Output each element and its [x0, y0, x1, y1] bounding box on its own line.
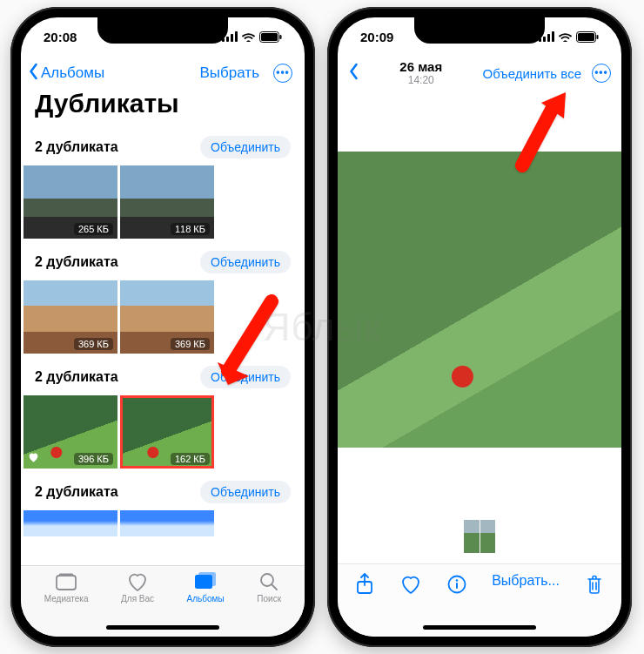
group-count: 2 дубликата: [35, 369, 118, 385]
svg-rect-19: [597, 35, 599, 39]
svg-rect-1: [226, 37, 229, 42]
battery-icon: [576, 31, 599, 43]
nav-bar: 26 мая 14:20 Объединить все •••: [338, 56, 621, 91]
home-indicator[interactable]: [423, 625, 536, 630]
search-icon: [257, 571, 281, 592]
page-title: Дубликаты: [21, 89, 305, 127]
photo-thumb[interactable]: 396 КБ: [23, 395, 117, 469]
svg-rect-8: [59, 574, 73, 576]
photo-detail[interactable]: [338, 152, 621, 448]
duplicate-group: 2 дубликата Объединить 396 КБ 162 КБ: [21, 357, 305, 469]
svg-rect-23: [456, 583, 458, 589]
svg-rect-15: [547, 34, 550, 42]
svg-rect-18: [578, 33, 594, 41]
photo-thumb[interactable]: [120, 510, 214, 536]
back-label: Альбомы: [41, 64, 104, 82]
photo-thumb[interactable]: [23, 510, 117, 536]
wifi-icon: [241, 31, 256, 42]
svg-rect-5: [261, 33, 278, 41]
svg-point-22: [456, 579, 459, 582]
tab-search[interactable]: Поиск: [257, 571, 281, 637]
favorite-button[interactable]: [399, 573, 422, 596]
svg-rect-7: [57, 576, 76, 590]
nav-bar: Альбомы Выбрать •••: [21, 56, 305, 89]
home-indicator[interactable]: [106, 625, 219, 630]
more-button[interactable]: •••: [273, 64, 292, 83]
bottom-toolbar: Выбрать...: [338, 563, 621, 637]
thumbnail-strip[interactable]: [464, 520, 495, 553]
svg-line-12: [272, 584, 277, 590]
select-button[interactable]: Выбрать...: [492, 573, 560, 589]
tab-library[interactable]: Медиатека: [44, 571, 89, 637]
chevron-left-icon: [28, 63, 39, 84]
mini-thumb[interactable]: [464, 520, 480, 553]
duplicate-group: 2 дубликата Объединить: [21, 472, 305, 536]
status-time: 20:08: [44, 30, 77, 44]
svg-rect-10: [198, 572, 216, 586]
photo-thumb[interactable]: 369 КБ: [23, 280, 117, 354]
phone-right: 20:09 26 мая 14:20 О: [327, 7, 632, 647]
group-count: 2 дубликата: [35, 484, 118, 500]
svg-rect-14: [543, 37, 546, 42]
merge-button[interactable]: Объединить: [200, 251, 291, 273]
wifi-icon: [558, 31, 573, 42]
photo-thumb[interactable]: 118 КБ: [120, 165, 214, 239]
more-button[interactable]: •••: [592, 64, 611, 83]
merge-button[interactable]: Объединить: [200, 366, 291, 388]
merge-all-button[interactable]: Объединить все: [483, 66, 581, 81]
status-time: 20:09: [360, 30, 393, 44]
phone-left: 20:08 Альбомы Выбрать: [10, 7, 315, 647]
svg-rect-16: [552, 31, 554, 42]
svg-rect-3: [235, 31, 238, 42]
tab-bar: Медиатека Для Вас Альбомы Поиск: [21, 565, 305, 637]
for-you-icon: [125, 571, 150, 592]
albums-icon: [193, 571, 218, 592]
nav-title: 26 мая 14:20: [399, 60, 442, 86]
duplicate-group: 2 дубликата Объединить 265 КБ 118 КБ: [21, 127, 305, 239]
library-icon: [54, 571, 78, 592]
merge-button[interactable]: Объединить: [200, 481, 291, 503]
photo-thumb[interactable]: 369 КБ: [120, 280, 214, 354]
back-button[interactable]: [348, 63, 359, 84]
info-button[interactable]: [446, 573, 468, 596]
mini-thumb[interactable]: [480, 520, 495, 553]
back-button[interactable]: Альбомы: [28, 63, 104, 84]
select-button[interactable]: Выбрать: [200, 64, 259, 82]
photo-thumb-selected[interactable]: 162 КБ: [120, 395, 214, 469]
favorite-icon: [28, 452, 39, 464]
photo-thumb[interactable]: 265 КБ: [23, 165, 117, 239]
ellipsis-icon: •••: [594, 67, 608, 78]
delete-button[interactable]: [583, 573, 606, 596]
share-button[interactable]: [353, 573, 376, 596]
group-count: 2 дубликата: [35, 254, 118, 270]
svg-rect-2: [231, 34, 233, 42]
svg-rect-6: [280, 35, 282, 39]
ellipsis-icon: •••: [276, 67, 290, 78]
merge-button[interactable]: Объединить: [200, 136, 291, 158]
group-count: 2 дубликата: [35, 139, 118, 155]
duplicate-group: 2 дубликата Объединить 369 КБ 369 КБ: [21, 242, 305, 354]
duplicates-list[interactable]: 2 дубликата Объединить 265 КБ 118 КБ 2 д…: [21, 127, 305, 580]
battery-icon: [259, 31, 282, 43]
